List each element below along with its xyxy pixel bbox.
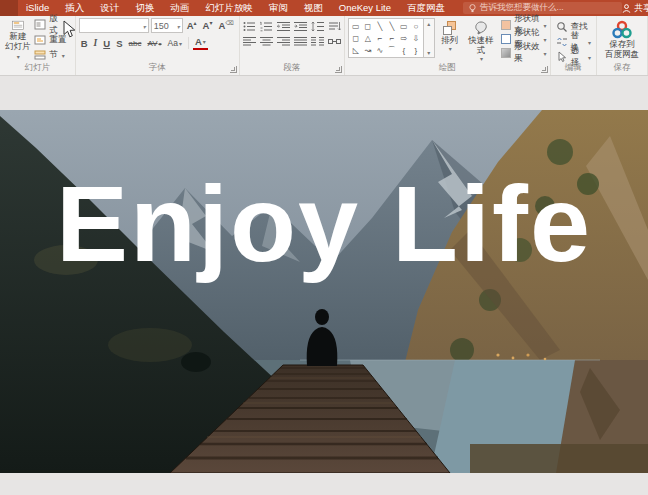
increase-font-size-button[interactable]: A: [185, 19, 199, 33]
font-size-combo[interactable]: 150: [151, 18, 183, 33]
tab-transitions[interactable]: 切换: [127, 0, 162, 16]
shape-icon[interactable]: ◻: [362, 20, 374, 32]
person-icon: [622, 4, 631, 13]
save-to-baidu-netdisk-button[interactable]: 保存到 百度网盘: [600, 18, 644, 60]
group-font: 150 A A A B I U S abc AV Aa A: [76, 16, 240, 75]
section-icon: [34, 49, 46, 61]
section-label: 节: [49, 49, 58, 61]
shape-icon[interactable]: ⌐: [386, 32, 398, 44]
group-paragraph: 段落: [240, 16, 345, 75]
group-label-editing: 编辑: [551, 62, 596, 74]
shape-effects-icon: [501, 48, 511, 58]
shape-icon[interactable]: ▭: [350, 20, 362, 32]
increase-indent-icon[interactable]: [294, 21, 307, 32]
shape-icon[interactable]: {: [398, 44, 410, 56]
group-label-paragraph: 段落: [240, 62, 344, 74]
shape-icon[interactable]: △: [362, 32, 374, 44]
italic-button[interactable]: I: [92, 36, 100, 50]
shape-fill-icon: [501, 20, 511, 30]
align-center-icon[interactable]: [260, 36, 273, 47]
font-name-combo[interactable]: [79, 18, 149, 33]
bold-button[interactable]: B: [79, 36, 90, 50]
shape-icon[interactable]: ▭: [398, 20, 410, 32]
shape-icon[interactable]: ↝: [362, 44, 374, 56]
layout-icon: [34, 19, 46, 31]
replace-icon: [556, 36, 568, 48]
shape-icon[interactable]: }: [410, 44, 422, 56]
save-netdisk-label-2: 百度网盘: [605, 50, 639, 60]
shape-icon[interactable]: ⇩: [410, 32, 422, 44]
arrange-label: 排列: [441, 36, 458, 46]
tab-baidu-netdisk[interactable]: 百度网盘: [399, 0, 453, 16]
scroll-up-icon[interactable]: ▴: [427, 20, 430, 27]
shape-icon[interactable]: ╲: [386, 20, 398, 32]
slide-title-text[interactable]: Enjoy Life: [0, 170, 648, 278]
arrange-button[interactable]: 排列: [439, 18, 461, 53]
smartart-icon[interactable]: [328, 36, 341, 47]
shape-icon[interactable]: ◻: [350, 32, 362, 44]
file-tab-stub[interactable]: [0, 0, 18, 16]
scroll-down-icon[interactable]: ▾: [427, 49, 430, 56]
columns-icon[interactable]: [311, 36, 324, 47]
justify-icon[interactable]: [294, 36, 307, 47]
new-slide-button[interactable]: 新建 幻灯片: [3, 18, 32, 61]
tab-design[interactable]: 设计: [92, 0, 127, 16]
editing-area: Enjoy Life: [0, 77, 648, 495]
drawing-dialog-launcher-icon[interactable]: [541, 66, 548, 73]
section-button[interactable]: 节: [32, 48, 71, 62]
shape-icon[interactable]: ∿: [374, 44, 386, 56]
group-label-slides: 幻灯片: [0, 62, 75, 74]
quick-styles-label: 快速样式: [465, 36, 497, 56]
underline-button[interactable]: U: [101, 36, 112, 50]
ribbon-home: 新建 幻灯片 版式 重置: [0, 16, 648, 76]
shape-effects-button[interactable]: 形状效果: [501, 46, 547, 60]
font-dialog-launcher-icon[interactable]: [230, 66, 237, 73]
tab-review[interactable]: 审阅: [261, 0, 296, 16]
align-left-icon[interactable]: [243, 36, 256, 47]
shape-icon[interactable]: ⌒: [386, 44, 398, 56]
arrange-icon: [442, 20, 458, 36]
text-shadow-button[interactable]: S: [114, 36, 124, 50]
search-icon: [556, 21, 568, 33]
shape-icon[interactable]: ⇨: [398, 32, 410, 44]
line-spacing-icon[interactable]: [311, 21, 324, 32]
decrease-font-size-button[interactable]: A: [201, 19, 215, 33]
tab-onekey-lite[interactable]: OneKey Lite: [331, 0, 399, 16]
mouse-cursor: [63, 20, 76, 39]
quick-styles-button[interactable]: 快速样式: [465, 18, 497, 62]
new-slide-label-2: 幻灯片: [3, 42, 32, 62]
group-editing: 查找 替换 选择 编辑: [551, 16, 597, 75]
clear-formatting-button[interactable]: A: [216, 19, 235, 33]
tell-me-search[interactable]: 告诉我您想要做什么...: [463, 2, 622, 14]
group-label-font: 字体: [76, 62, 239, 74]
share-button[interactable]: 共享: [622, 2, 648, 15]
numbering-icon[interactable]: [260, 21, 273, 32]
tab-animations[interactable]: 动画: [162, 0, 197, 16]
shapes-gallery-scrollbar[interactable]: ▴ ▾: [424, 18, 435, 58]
shape-icon[interactable]: ◺: [350, 44, 362, 56]
shape-icon[interactable]: ⌐: [374, 32, 386, 44]
text-direction-icon[interactable]: [328, 21, 341, 32]
bullets-icon[interactable]: [243, 21, 256, 32]
shape-icon[interactable]: ╲: [374, 20, 386, 32]
decrease-indent-icon[interactable]: [277, 21, 290, 32]
powerpoint-window: iSlide 插入 设计 切换 动画 幻灯片放映 审阅 视图 OneKey Li…: [0, 0, 648, 495]
shape-outline-icon: [501, 34, 511, 44]
font-color-button[interactable]: A: [193, 36, 208, 50]
tab-view[interactable]: 视图: [296, 0, 331, 16]
font-size-value: 150: [154, 21, 169, 31]
shapes-gallery[interactable]: ▭ ◻ ╲ ╲ ▭ ○ ◻ △ ⌐ ⌐ ⇨ ⇩ ◺ ↝ ∿ ⌒ {: [348, 18, 424, 58]
paragraph-dialog-launcher-icon[interactable]: [335, 66, 342, 73]
baidu-netdisk-icon: [611, 20, 633, 40]
character-spacing-button[interactable]: AV: [145, 36, 163, 50]
group-label-save: 保存: [597, 62, 647, 74]
lightbulb-icon: [469, 4, 476, 13]
change-case-button[interactable]: Aa: [166, 36, 184, 50]
align-right-icon[interactable]: [277, 36, 290, 47]
strikethrough-button[interactable]: abc: [127, 36, 144, 50]
group-save: 保存到 百度网盘 保存: [597, 16, 648, 75]
quick-styles-icon: [473, 20, 489, 36]
shape-icon[interactable]: ○: [410, 20, 422, 32]
slide-canvas[interactable]: Enjoy Life: [0, 110, 648, 473]
tab-slideshow[interactable]: 幻灯片放映: [197, 0, 261, 16]
